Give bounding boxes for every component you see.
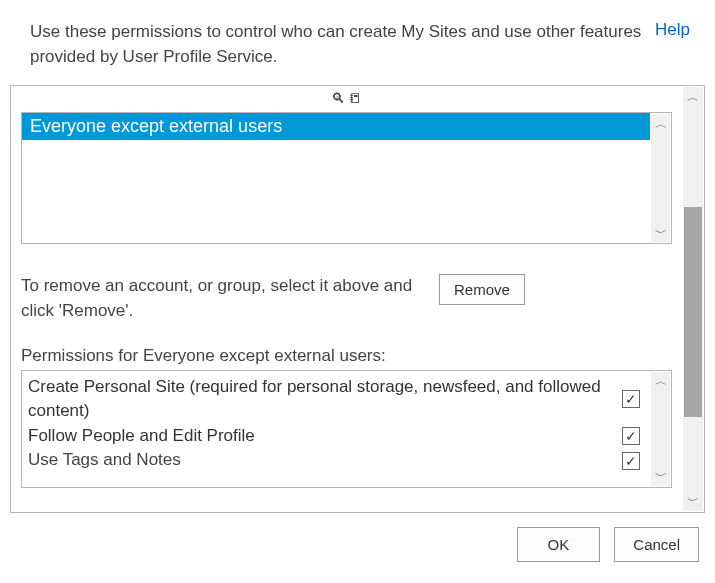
permission-checkbox[interactable]: ✓: [622, 427, 640, 445]
permissions-scrollbar[interactable]: ︿ ﹀: [651, 372, 670, 486]
permissions-listbox[interactable]: Create Personal Site (required for perso…: [21, 370, 672, 488]
remove-instruction: To remove an account, or group, select i…: [21, 274, 421, 323]
permission-item: Follow People and Edit Profile ✓: [28, 424, 644, 449]
browse-icon[interactable]: 📒︎: [348, 90, 362, 106]
toolbar-icons: 🔍︎ 📒︎: [21, 90, 672, 108]
permission-checkbox[interactable]: ✓: [622, 390, 640, 408]
accounts-list-item[interactable]: Everyone except external users: [22, 113, 650, 140]
permission-item: Create Personal Site (required for perso…: [28, 375, 644, 424]
permission-label: Follow People and Edit Profile: [28, 424, 612, 449]
cancel-button[interactable]: Cancel: [614, 527, 699, 562]
scroll-down-icon[interactable]: ﹀: [651, 467, 670, 486]
permission-label: Use Tags and Notes: [28, 448, 612, 473]
accounts-scrollbar[interactable]: ︿ ﹀: [651, 114, 670, 242]
scroll-up-icon[interactable]: ︿: [683, 87, 703, 107]
help-link[interactable]: Help: [655, 20, 690, 40]
scroll-down-icon[interactable]: ﹀: [651, 223, 670, 242]
permission-checkbox[interactable]: ✓: [622, 452, 640, 470]
ok-button[interactable]: OK: [517, 527, 601, 562]
scrollbar-thumb[interactable]: [684, 207, 702, 417]
remove-button[interactable]: Remove: [439, 274, 525, 305]
accounts-listbox[interactable]: Everyone except external users ︿ ﹀: [21, 112, 672, 244]
permissions-panel: 🔍︎ 📒︎ Everyone except external users ︿ ﹀…: [10, 85, 705, 513]
scroll-down-icon[interactable]: ﹀: [683, 491, 703, 511]
intro-text: Use these permissions to control who can…: [30, 20, 643, 69]
scroll-up-icon[interactable]: ︿: [651, 372, 670, 391]
permissions-label: Permissions for Everyone except external…: [21, 346, 672, 366]
check-names-icon[interactable]: 🔍︎: [331, 90, 345, 106]
permission-label: Create Personal Site (required for perso…: [28, 375, 612, 424]
panel-scrollbar[interactable]: ︿ ﹀: [683, 87, 703, 511]
scroll-up-icon[interactable]: ︿: [651, 114, 670, 133]
permission-item: Use Tags and Notes ✓: [28, 448, 644, 473]
